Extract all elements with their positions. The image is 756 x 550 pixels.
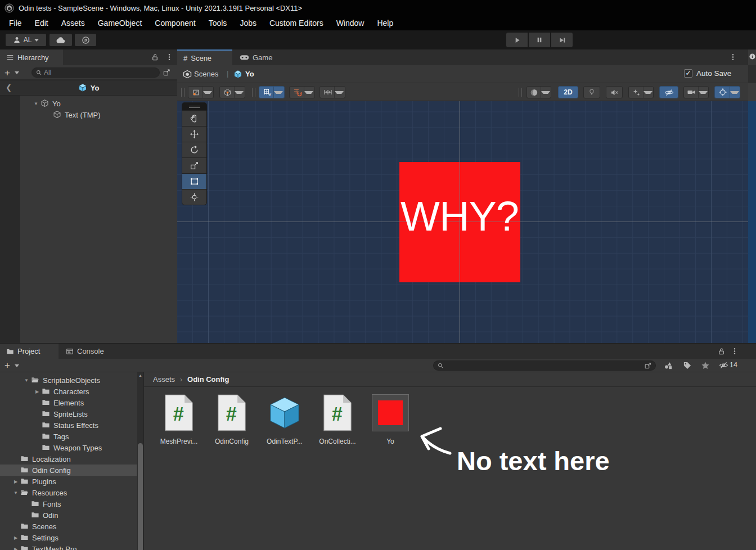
scrollbar-thumb[interactable] — [138, 443, 143, 550]
label-filter-icon[interactable] — [683, 361, 691, 369]
snap-button[interactable] — [289, 86, 315, 98]
scene-lighting-button[interactable] — [583, 86, 600, 98]
dropdown-caret-icon[interactable] — [274, 91, 283, 94]
2d-mode-button[interactable]: 2D — [558, 86, 578, 98]
menu-item-file[interactable]: File — [4, 19, 26, 28]
asset-type-filter-icon[interactable] — [664, 361, 673, 370]
dropdown-caret-icon[interactable] — [644, 91, 652, 94]
toolbar-grip[interactable] — [181, 88, 184, 97]
dropdown-caret-icon[interactable] — [699, 91, 708, 94]
search-picker-icon[interactable] — [644, 362, 652, 369]
project-tree-item[interactable]: ▼ScriptableObjects — [0, 375, 137, 386]
hierarchy-menu-icon[interactable] — [165, 53, 173, 61]
prefab-context-label[interactable]: Yo — [91, 84, 100, 92]
hierarchy-item-text-tmp[interactable]: Text (TMP) — [0, 109, 177, 120]
account-button[interactable]: AL — [6, 34, 46, 46]
version-control-button[interactable] — [75, 34, 96, 46]
collapse-arrow-icon[interactable]: ▼ — [32, 101, 40, 106]
add-asset-button[interactable]: + — [4, 360, 10, 371]
dropdown-caret-icon[interactable] — [235, 91, 244, 94]
dropdown-caret-icon[interactable] — [304, 91, 313, 94]
asset-item[interactable]: #OnCollecti... — [312, 394, 363, 445]
tree-expand-arrow-icon[interactable]: ▶ — [11, 535, 20, 540]
tool-handle-position-button[interactable] — [188, 86, 214, 98]
menu-item-help[interactable]: Help — [372, 19, 398, 28]
hand-tool-button[interactable] — [182, 110, 206, 126]
asset-item[interactable]: #MeshPrevi... — [153, 394, 205, 445]
auto-save-checkbox[interactable]: ✓ — [684, 69, 692, 78]
tree-expand-arrow-icon[interactable]: ▶ — [33, 389, 42, 394]
step-button[interactable] — [551, 33, 573, 47]
menu-item-edit[interactable]: Edit — [30, 19, 53, 28]
add-object-caret-icon[interactable] — [15, 71, 19, 74]
project-tree-item[interactable]: SpriteLists — [0, 408, 137, 420]
project-tree-item[interactable]: ▶Settings — [0, 532, 137, 543]
tab-hierarchy[interactable]: Hierarchy — [0, 49, 63, 65]
favorites-star-icon[interactable] — [701, 361, 710, 370]
tree-expand-arrow-icon[interactable]: ▶ — [11, 479, 20, 484]
hierarchy-search-field[interactable]: All — [32, 67, 160, 78]
project-tree-item[interactable]: Odin Config — [0, 465, 137, 476]
project-tree-item[interactable]: Scenes — [0, 521, 137, 532]
dropdown-caret-icon[interactable] — [541, 91, 550, 94]
project-tree-item[interactable]: Status Effects — [0, 420, 137, 431]
menu-item-gameobject[interactable]: GameObject — [93, 19, 147, 28]
scene-audio-button[interactable] — [606, 86, 623, 98]
scene-visibility-button[interactable] — [659, 86, 678, 98]
tab-game[interactable]: Game — [233, 49, 282, 65]
toolbar-grip[interactable] — [519, 88, 522, 97]
project-tree-item[interactable]: Localization — [0, 453, 137, 465]
dropdown-caret-icon[interactable] — [335, 91, 344, 94]
auto-save-control[interactable]: ✓ Auto Save — [684, 69, 731, 78]
project-tree-item[interactable]: Odin — [0, 510, 137, 521]
project-tree-item[interactable]: Tags — [0, 431, 137, 442]
component-tools-button[interactable] — [714, 86, 740, 98]
project-tree-item[interactable]: ▶Characters — [0, 386, 137, 397]
menu-item-jobs[interactable]: Jobs — [235, 19, 261, 28]
tree-expand-arrow-icon[interactable]: ▶ — [11, 547, 20, 550]
dropdown-caret-icon[interactable] — [203, 91, 212, 94]
cloud-button[interactable] — [50, 34, 72, 46]
tab-project[interactable]: Project — [0, 344, 58, 359]
menu-item-tools[interactable]: Tools — [204, 19, 232, 28]
project-tree-item[interactable]: Elements — [0, 397, 137, 408]
hierarchy-item-yo[interactable]: ▼ Yo — [0, 98, 177, 109]
add-asset-caret-icon[interactable] — [15, 364, 19, 367]
scale-tool-button[interactable] — [182, 157, 206, 173]
add-object-button[interactable]: + — [4, 67, 10, 79]
menu-item-window[interactable]: Window — [332, 19, 369, 28]
tool-handle-rotation-button[interactable] — [219, 86, 245, 98]
play-button[interactable] — [506, 33, 528, 47]
scene-effects-button[interactable] — [628, 86, 654, 98]
hierarchy-lock-icon[interactable] — [151, 53, 159, 61]
menu-item-component[interactable]: Component — [150, 19, 200, 28]
project-menu-icon[interactable] — [731, 347, 739, 355]
breadcrumb-current[interactable]: Yo — [245, 70, 254, 78]
hierarchy-picker-icon[interactable] — [163, 68, 171, 76]
increment-snap-button[interactable] — [320, 86, 345, 98]
menu-item-custom-editors[interactable]: Custom Editors — [265, 19, 328, 28]
project-tree-item[interactable]: ▶TextMesh Pro — [0, 543, 137, 550]
panel-divider[interactable] — [143, 372, 144, 550]
breadcrumb-scenes[interactable]: Scenes — [194, 70, 218, 78]
palette-drag-handle[interactable] — [182, 103, 206, 110]
tree-expand-arrow-icon[interactable]: ▼ — [11, 490, 20, 495]
dropdown-caret-icon[interactable] — [730, 91, 739, 94]
move-tool-button[interactable] — [182, 126, 206, 142]
project-tree-item[interactable]: ▼Resources — [0, 487, 137, 498]
scroll-up-icon[interactable]: ▲ — [138, 373, 142, 377]
menu-item-assets[interactable]: Assets — [57, 19, 89, 28]
project-tree-item[interactable]: Fonts — [0, 498, 137, 510]
tree-scrollbar[interactable]: ▲ — [137, 372, 143, 550]
breadcrumb-root[interactable]: Assets — [153, 375, 175, 384]
grid-visibility-button[interactable]: Y — [259, 86, 285, 98]
project-tree-item[interactable]: Weapon Types — [0, 442, 137, 453]
pause-button[interactable] — [529, 33, 550, 47]
transform-tool-button[interactable] — [182, 189, 206, 205]
breadcrumb-current-folder[interactable]: Odin Config — [187, 375, 229, 384]
scene-viewport[interactable]: WHY? — [177, 101, 748, 343]
rotate-tool-button[interactable] — [182, 142, 206, 157]
project-search-field[interactable] — [433, 360, 656, 371]
scene-camera-button[interactable] — [683, 86, 709, 98]
rect-tool-button[interactable] — [182, 173, 206, 189]
